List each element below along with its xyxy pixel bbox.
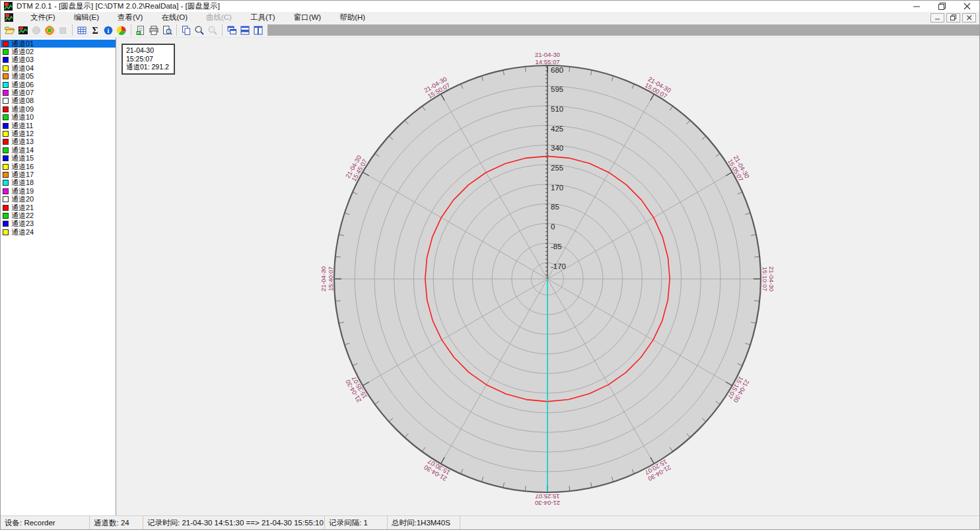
axis-value-label: -85 xyxy=(551,243,562,250)
status-field-2: 通道数: 24 xyxy=(90,516,143,529)
time-label-time: 15:40:07 xyxy=(327,267,334,291)
menu-item-8[interactable]: 帮助(H) xyxy=(330,12,374,23)
svg-text:Σ: Σ xyxy=(92,26,98,36)
channel-color-swatch xyxy=(3,123,9,129)
channel-color-swatch xyxy=(3,90,9,96)
close-button[interactable] xyxy=(954,1,979,12)
menu-item-5[interactable]: 曲线(C) xyxy=(197,12,241,23)
zoom-in-icon[interactable] xyxy=(193,24,206,37)
status-field-4: 记录间隔: 1 xyxy=(325,516,388,529)
toolbar-empty-band xyxy=(267,24,979,36)
channel-color-swatch xyxy=(3,196,9,202)
print-icon[interactable] xyxy=(147,24,160,37)
menu-item-2[interactable]: 编辑(E) xyxy=(65,12,108,23)
export-icon[interactable] xyxy=(134,24,147,37)
channel-color-swatch xyxy=(3,205,9,211)
channel-list: 通道01通道02通道03通道04通道05通道06通道07通道08通道09通道10… xyxy=(1,38,116,515)
tooltip-channel-value: 通道01: 291.2 xyxy=(126,63,169,71)
toolbar-separator xyxy=(222,24,223,36)
channel-color-swatch xyxy=(3,229,9,235)
app-logo-icon xyxy=(4,2,13,11)
status-field-5: 总时间:1H3M40S xyxy=(388,516,460,529)
copy-icon[interactable] xyxy=(180,24,193,37)
toolbar-buttons: Σ i xyxy=(1,23,265,37)
menu-item-6[interactable]: 工具(T) xyxy=(241,12,285,23)
status-bar: 设备: Recorder通道数: 24记录时间: 21-04-30 14:51:… xyxy=(1,515,979,529)
axis-value-label: 170 xyxy=(551,184,563,192)
menu-item-1[interactable]: 文件(F) xyxy=(21,12,65,23)
status-field-3: 记录时间: 21-04-30 14:51:30 ==> 21-04-30 15:… xyxy=(143,516,325,529)
tile-horizontal-icon[interactable] xyxy=(238,24,252,37)
minimize-button[interactable] xyxy=(904,1,929,12)
channel-color-swatch xyxy=(3,49,9,55)
channel-color-swatch xyxy=(3,57,9,63)
channel-color-swatch xyxy=(3,188,9,194)
time-label-group: 21-04-3015:25:07 xyxy=(535,493,560,508)
channel-color-swatch xyxy=(3,147,9,153)
channel-color-swatch xyxy=(3,139,9,145)
time-label-group: 21-04-3015:10:07 xyxy=(761,266,776,291)
axis-value-label: 340 xyxy=(551,144,563,152)
axis-value-label: 255 xyxy=(551,164,563,172)
data-table-icon[interactable] xyxy=(75,24,88,37)
channel-row-24[interactable]: 通道24 xyxy=(1,228,116,236)
record-start-icon[interactable] xyxy=(30,24,43,37)
pie-disc-view-icon[interactable] xyxy=(115,24,128,37)
zoom-out-icon[interactable] xyxy=(206,24,219,37)
mdi-minimize-button[interactable] xyxy=(930,13,944,22)
channel-color-swatch xyxy=(3,65,9,71)
axis-value-label: 425 xyxy=(551,125,563,133)
channel-color-swatch xyxy=(3,131,9,137)
info-icon[interactable]: i xyxy=(102,24,115,37)
mdi-child-icon[interactable] xyxy=(5,13,13,22)
channel-color-swatch xyxy=(3,221,9,227)
restore-button[interactable] xyxy=(929,1,954,12)
time-label-date: 21-04-30 xyxy=(535,500,560,507)
channel-color-swatch xyxy=(3,41,9,47)
app-window: DTM 2.0.1 - [圆盘显示] [C:\DTM 2.0.2\RealDat… xyxy=(0,0,980,530)
open-file-icon[interactable] xyxy=(3,24,17,37)
time-label-time: 14:55:07 xyxy=(536,58,560,65)
title-bar: DTM 2.0.1 - [圆盘显示] [C:\DTM 2.0.2\RealDat… xyxy=(1,1,979,12)
statistics-sigma-icon[interactable]: Σ xyxy=(88,24,102,37)
polar-chart[interactable]: 680595510425340255170850-85-17021-04-301… xyxy=(116,38,979,515)
tile-vertical-icon[interactable] xyxy=(252,24,265,37)
realtime-curve-icon[interactable] xyxy=(17,24,30,37)
channel-color-swatch xyxy=(3,213,9,219)
print-preview-icon[interactable] xyxy=(160,24,174,37)
axis-value-label: 595 xyxy=(551,85,563,93)
record-stop-icon[interactable] xyxy=(56,24,69,37)
cascade-windows-icon[interactable] xyxy=(225,24,238,37)
channel-color-swatch xyxy=(3,172,9,178)
toolbar-separator xyxy=(131,24,131,36)
menu-item-4[interactable]: 在线(O) xyxy=(152,12,197,23)
channel-color-swatch xyxy=(3,82,9,88)
time-label-time: 15:25:07 xyxy=(536,493,560,500)
channel-color-swatch xyxy=(3,106,9,112)
mdi-window-controls xyxy=(930,13,976,22)
time-label-date: 21-04-30 xyxy=(320,266,327,291)
menu-item-7[interactable]: 窗口(W) xyxy=(285,12,331,23)
axis-value-label: 680 xyxy=(551,66,563,74)
value-tooltip: 21-04-30 15:25:07 通道01: 291.2 xyxy=(122,44,175,75)
status-field-1: 设备: Recorder xyxy=(1,516,90,529)
toolbar-separator xyxy=(72,24,73,36)
channel-color-swatch xyxy=(3,98,9,104)
menu-bar: 文件(F)编辑(E)查看(V)在线(O)曲线(C)工具(T)窗口(W)帮助(H) xyxy=(1,12,979,23)
toolbar: Σ i xyxy=(1,23,979,38)
chart-client-area[interactable]: 680595510425340255170850-85-17021-04-301… xyxy=(116,38,979,515)
toolbar-separator xyxy=(176,24,177,36)
channel-color-swatch xyxy=(3,180,9,186)
channel-color-swatch xyxy=(3,155,9,161)
time-label-time: 15:10:07 xyxy=(761,267,769,291)
window-title: DTM 2.0.1 - [圆盘显示] [C:\DTM 2.0.2\RealDat… xyxy=(17,1,220,11)
time-label-date: 21-04-30 xyxy=(768,266,775,291)
axis-value-label: 85 xyxy=(551,203,559,211)
main-area: 通道01通道02通道03通道04通道05通道06通道07通道08通道09通道10… xyxy=(1,38,979,515)
menu-item-3[interactable]: 查看(V) xyxy=(108,12,152,23)
axis-value-label: -170 xyxy=(551,262,566,270)
mdi-close-button[interactable] xyxy=(962,13,976,22)
time-label-group: 21-04-3015:40:07 xyxy=(320,266,334,291)
mdi-restore-button[interactable] xyxy=(946,13,960,22)
record-active-icon[interactable] xyxy=(43,24,56,37)
